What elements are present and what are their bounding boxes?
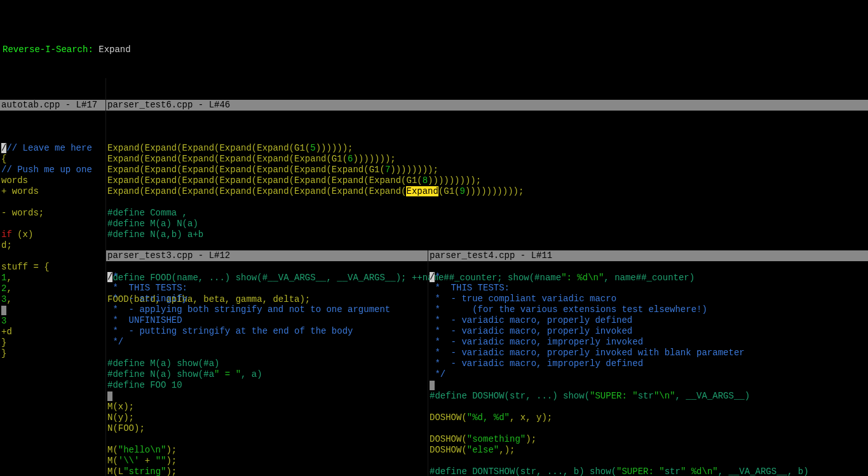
cursor-icon <box>1 306 6 315</box>
left-code[interactable]: /// Leave me here { // Push me up one wo… <box>0 132 105 381</box>
reverse-search-bar[interactable]: Reverse-I-Search: Expand <box>0 43 868 57</box>
pane-title-top[interactable]: parser_test6.cpp - L#46 <box>106 100 868 111</box>
search-label: Reverse-I-Search: <box>3 44 98 55</box>
cursor-icon <box>107 391 112 401</box>
bottom-right-pane: parser_test4.cpp - L#11 /* * THIS TESTS:… <box>428 250 868 476</box>
editor-panes: autotab.cpp - L#17 /// Leave me here { /… <box>0 78 868 476</box>
bottom-row: parser_test3.cpp - L#12 /* * THIS TESTS:… <box>106 250 868 476</box>
pane-title-left[interactable]: autotab.cpp - L#17 <box>0 100 105 111</box>
search-query: Expand <box>98 44 130 55</box>
bl-code[interactable]: /* * THIS TESTS: * - stringify * - apply… <box>106 261 428 476</box>
right-column: parser_test6.cpp - L#46 Expand(Expand(Ex… <box>106 78 868 476</box>
cursor-icon <box>430 381 435 390</box>
top-pane: parser_test6.cpp - L#46 Expand(Expand(Ex… <box>106 78 868 250</box>
left-pane: autotab.cpp - L#17 /// Leave me here { /… <box>0 78 106 476</box>
br-code[interactable]: /* * THIS TESTS: * - true compliant vari… <box>428 261 868 476</box>
pane-title-br[interactable]: parser_test4.cpp - L#11 <box>428 250 868 261</box>
pane-title-bl[interactable]: parser_test3.cpp - L#12 <box>106 250 428 261</box>
bottom-left-pane: parser_test3.cpp - L#12 /* * THIS TESTS:… <box>106 250 428 476</box>
search-match-highlight: Expand <box>406 186 438 196</box>
